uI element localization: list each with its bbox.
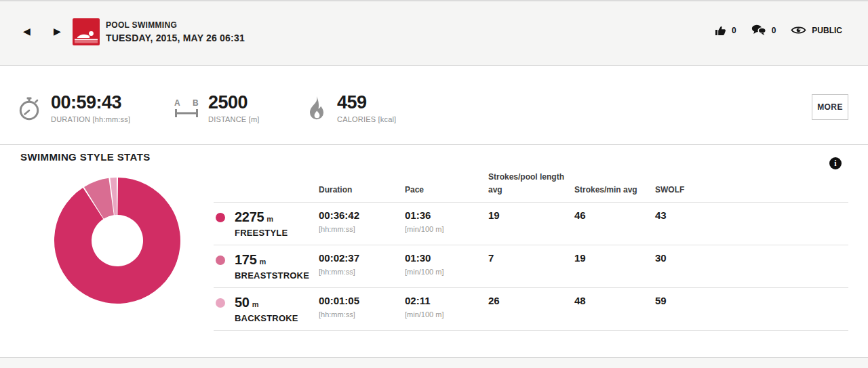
swolf-value: 59 (655, 295, 848, 306)
header-strokes-min: Strokes/min avg (574, 184, 655, 197)
pace-value: 02:11 (405, 295, 488, 306)
stroke-cell: 2275mFREESTYLE (214, 209, 319, 245)
swolf-value: 43 (655, 209, 848, 221)
calories-label: CALORIES [kcal] (337, 115, 396, 123)
duration-cell: 00:01:05[hh:mm:ss] (319, 295, 405, 330)
strokes-min-value: 19 (574, 252, 655, 264)
strokes-min-value: 48 (574, 295, 655, 306)
stroke-color-dot (216, 298, 225, 308)
pace-unit: [min/100 m] (405, 225, 488, 233)
info-icon[interactable]: i (829, 157, 842, 169)
pace-cell: 02:11[min/100 m] (405, 295, 488, 330)
strokes-pool-value: 7 (488, 252, 574, 264)
distance-value: 2500 (208, 94, 260, 112)
strokes-pool-value: 26 (488, 295, 574, 306)
summary-stats-band: 00:59:43 DURATION [hh:mm:ss] A B 2500 DI… (0, 68, 868, 145)
eye-icon (791, 25, 806, 35)
swolf-cell: 59 (655, 295, 848, 330)
more-button[interactable]: MORE (812, 94, 848, 120)
duration-unit: [hh:mm:ss] (319, 310, 405, 319)
flame-icon (305, 95, 328, 122)
swim-style-table: Duration Pace Strokes/pool length avg St… (214, 171, 848, 331)
duration-stat: 00:59:43 DURATION [hh:mm:ss] (16, 94, 130, 123)
previous-move-button[interactable]: ◀ (23, 26, 31, 36)
strokes-min-cell: 48 (574, 295, 655, 330)
swolf-value: 30 (655, 252, 848, 264)
activity-date: TUESDAY, 2015, MAY 26 06:31 (106, 33, 245, 43)
stroke-distance-unit: m (259, 258, 266, 266)
pace-cell: 01:36[min/100 m] (405, 209, 488, 245)
likes-counter[interactable]: 0 (715, 24, 736, 36)
stroke-cell: 175mBREASTSTROKE (214, 252, 319, 287)
svg-text:A: A (174, 98, 180, 108)
thumbs-up-icon (715, 24, 726, 36)
stroke-color-dot (216, 255, 225, 265)
stroke-distance: 175 (235, 252, 256, 267)
header-duration: Duration (319, 184, 405, 197)
duration-cell: 00:36:42[hh:mm:ss] (319, 209, 405, 245)
stroke-distance-unit: m (252, 300, 259, 308)
strokes-pool-value: 19 (488, 209, 574, 221)
header-pace: Pace (405, 184, 488, 197)
strokes-min-cell: 46 (574, 209, 655, 245)
stopwatch-icon (16, 96, 42, 121)
duration-value: 00:01:05 (319, 295, 405, 306)
visibility-toggle[interactable]: PUBLIC (791, 25, 842, 35)
duration-value: 00:02:37 (319, 252, 405, 264)
table-header-row: Duration Pace Strokes/pool length avg St… (214, 171, 848, 203)
comments-count: 0 (772, 26, 776, 35)
stroke-cell: 50mBACKSTROKE (214, 295, 319, 330)
pace-unit: [min/100 m] (405, 268, 488, 276)
pace-unit: [min/100 m] (405, 310, 488, 319)
distance-stat: A B 2500 DISTANCE [m] (174, 94, 260, 123)
strokes-pool-cell: 7 (488, 252, 574, 287)
table-row: 175mBREASTSTROKE00:02:37[hh:mm:ss]01:30[… (214, 245, 848, 288)
calories-stat: 459 CALORIES [kcal] (305, 94, 396, 123)
visibility-label: PUBLIC (812, 26, 842, 35)
activity-title-block: POOL SWIMMING TUESDAY, 2015, MAY 26 06:3… (106, 20, 245, 43)
distance-icon: A B (174, 97, 199, 120)
comments-icon (751, 24, 766, 36)
pace-cell: 01:30[min/100 m] (405, 252, 488, 287)
header-swolf: SWOLF (655, 184, 848, 197)
duration-value: 00:36:42 (319, 209, 405, 221)
stroke-distance-unit: m (267, 215, 273, 223)
strokes-pool-cell: 19 (488, 209, 574, 245)
stroke-name: BREASTSTROKE (235, 270, 319, 281)
strokes-min-value: 46 (574, 209, 655, 221)
duration-cell: 00:02:37[hh:mm:ss] (319, 252, 405, 287)
pace-value: 01:36 (405, 209, 488, 221)
table-row: 50mBACKSTROKE00:01:05[hh:mm:ss]02:11[min… (214, 288, 848, 331)
duration-label: DURATION [hh:mm:ss] (51, 115, 130, 123)
header-social-actions: 0 0 PUBLIC (715, 24, 842, 36)
pace-value: 01:30 (405, 252, 488, 264)
table-row: 2275mFREESTYLE00:36:42[hh:mm:ss]01:36[mi… (214, 203, 848, 245)
pool-swimming-icon (73, 18, 100, 45)
activity-header: ◀ ▶ POOL SWIMMING TUESDAY, 2015, MAY 26 … (0, 0, 868, 66)
activity-title: POOL SWIMMING (106, 20, 245, 30)
donut-segment-freestyle (54, 178, 180, 304)
calories-value: 459 (337, 94, 396, 112)
next-move-button[interactable]: ▶ (54, 26, 61, 36)
swolf-cell: 43 (655, 209, 848, 245)
stroke-distance: 50 (235, 295, 250, 310)
distance-label: DISTANCE [m] (208, 115, 260, 123)
strokes-pool-cell: 26 (488, 295, 574, 330)
duration-value: 00:59:43 (51, 94, 130, 112)
comments-counter[interactable]: 0 (751, 24, 776, 36)
stroke-color-dot (216, 213, 225, 222)
header-strokes-pool: Strokes/pool length avg (488, 171, 574, 196)
stroke-distance: 2275 (235, 209, 264, 224)
section-title: SWIMMING STYLE STATS (20, 151, 151, 163)
duration-unit: [hh:mm:ss] (319, 225, 405, 233)
duration-unit: [hh:mm:ss] (319, 268, 405, 276)
strokes-min-cell: 19 (574, 252, 655, 287)
page-bottom-strip (0, 357, 868, 368)
svg-text:B: B (193, 98, 199, 108)
likes-count: 0 (732, 26, 736, 35)
stroke-name: BACKSTROKE (235, 313, 319, 323)
stroke-name: FREESTYLE (235, 228, 319, 238)
style-table-rows: 2275mFREESTYLE00:36:42[hh:mm:ss]01:36[mi… (214, 203, 848, 331)
swolf-cell: 30 (655, 252, 848, 287)
swim-style-donut-chart (53, 176, 182, 305)
